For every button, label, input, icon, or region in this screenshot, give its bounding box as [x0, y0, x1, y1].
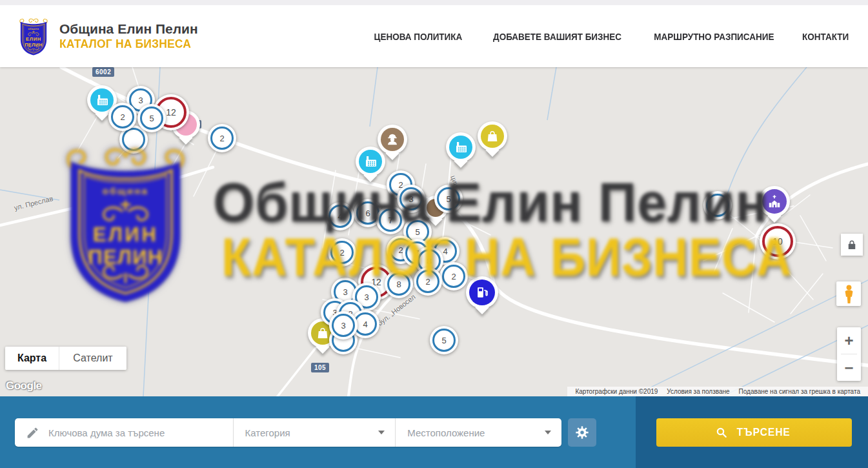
marker-cluster[interactable]: 3	[397, 185, 425, 213]
map-pin-church-icon[interactable]	[759, 186, 790, 217]
map-pin-fuel-icon[interactable]	[466, 276, 498, 309]
pegman-icon	[843, 285, 854, 303]
attribution-copyright: Картографски данни ©2019	[570, 388, 662, 395]
gear-icon	[575, 425, 589, 440]
zoom-in-button[interactable]: +	[837, 327, 861, 354]
street-view-pegman[interactable]	[836, 281, 861, 306]
map-type-satellite-button[interactable]: Сателит	[59, 347, 126, 370]
pencil-icon	[26, 426, 39, 440]
keyword-field-wrap	[15, 418, 233, 447]
map-pin-worker-icon[interactable]	[378, 125, 407, 154]
map-canvas[interactable]: 6002105 ул. Преславбул. „Новоселции 3122…	[0, 67, 868, 396]
map-attribution: Картографски данни ©2019 Условия за полз…	[567, 387, 868, 396]
search-icon	[716, 427, 727, 438]
marker-cluster[interactable]: 3	[329, 311, 358, 340]
zoom-control: + −	[837, 327, 861, 381]
top-strip	[0, 0, 868, 5]
header: Община Елин Пелин КАТАЛОГ НА БИЗНЕСА ЦЕН…	[0, 5, 868, 67]
map-pin-factory-icon[interactable]	[446, 132, 476, 162]
lock-button[interactable]	[841, 234, 863, 256]
category-select-label: Категория	[245, 427, 290, 438]
search-button-label: ТЪРСЕНЕ	[736, 426, 790, 439]
nav-item-0[interactable]: ЦЕНОВА ПОЛИТИКА	[374, 31, 463, 42]
nav-item-1[interactable]: ДОБАВЕТЕ ВАШИЯТ БИЗНЕС	[493, 31, 621, 42]
marker-cluster[interactable]: 7	[376, 206, 405, 234]
main-nav: ЦЕНОВА ПОЛИТИКАДОБАВЕТЕ ВАШИЯТ БИЗНЕСМАР…	[369, 31, 851, 42]
brand-text: Община Елин Пелин КАТАЛОГ НА БИЗНЕСА	[59, 21, 198, 50]
marker-cluster[interactable]: 5	[137, 104, 166, 132]
category-select[interactable]: Категория	[234, 418, 396, 447]
marker-cluster[interactable]: 10	[760, 223, 796, 259]
marker-cluster[interactable]: 4	[326, 202, 354, 230]
lock-icon	[847, 239, 856, 250]
search-button[interactable]: ТЪРСЕНЕ	[656, 418, 852, 447]
google-logo[interactable]: Google	[6, 380, 42, 392]
site-title: Община Елин Пелин	[59, 21, 198, 37]
marker-cluster[interactable]: 5	[434, 185, 463, 213]
marker-cluster[interactable]: 8	[385, 270, 413, 298]
search-bar: Категория Местоположение	[0, 396, 868, 468]
site-subtitle: КАТАЛОГ НА БИЗНЕСА	[59, 37, 194, 51]
site-logo[interactable]: Община Елин Пелин КАТАЛОГ НА БИЗНЕСА	[17, 16, 198, 56]
map-markers: 31225223564752427822128333843510	[0, 67, 868, 396]
map-pin-bag-icon[interactable]	[478, 121, 507, 151]
chevron-down-icon	[378, 431, 385, 434]
marker-cluster[interactable]: 2	[328, 238, 356, 267]
terms-link[interactable]: Условия за ползване	[662, 388, 734, 395]
report-error-link[interactable]: Подаване на сигнал за грешка в картата	[734, 388, 865, 395]
map-type-control: Карта Сателит	[5, 347, 126, 370]
map-pin-factory-icon[interactable]	[356, 147, 385, 176]
map-type-map-button[interactable]: Карта	[5, 347, 59, 370]
nav-item-2[interactable]: МАРШРУТНО РАЗПИСАНИЕ	[654, 31, 774, 42]
advanced-settings-button[interactable]	[568, 418, 596, 447]
marker-cluster[interactable]: 2	[439, 262, 468, 290]
marker-cluster[interactable]: 5	[430, 326, 458, 354]
marker-cluster[interactable]	[703, 191, 732, 219]
municipality-crest-icon	[17, 16, 50, 56]
search-box: Категория Местоположение	[15, 418, 561, 447]
page: Община Елин Пелин КАТАЛОГ НА БИЗНЕСА ЦЕН…	[0, 0, 868, 468]
keyword-search-input[interactable]	[47, 427, 233, 439]
location-select-label: Местоположение	[407, 427, 485, 438]
nav-item-3[interactable]: КОНТАКТИ	[802, 31, 849, 42]
zoom-out-button[interactable]: −	[837, 354, 861, 381]
marker-cluster[interactable]: 2	[414, 267, 442, 296]
marker-cluster[interactable]: 2	[108, 103, 137, 131]
chevron-down-icon	[545, 431, 551, 434]
location-select[interactable]: Местоположение	[396, 418, 561, 447]
marker-cluster[interactable]: 2	[208, 124, 236, 152]
